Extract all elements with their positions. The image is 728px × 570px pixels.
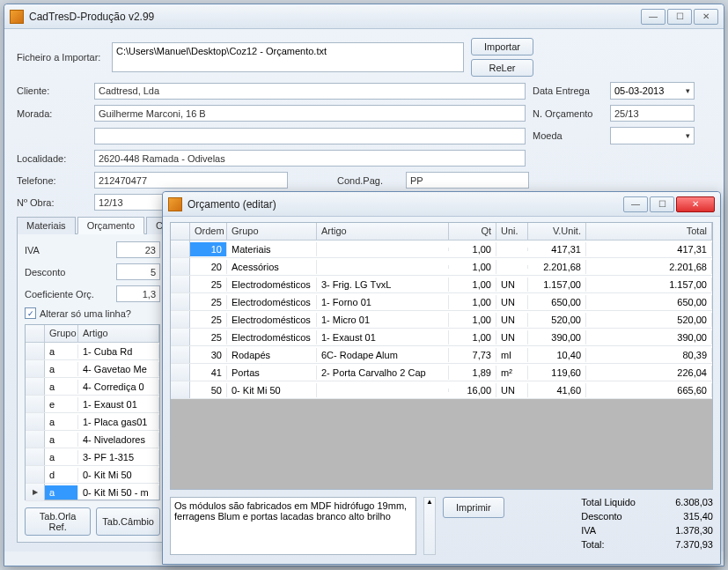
table-row[interactable]: 25Electrodomésticos1- Forno 011,00UN650,…: [171, 293, 712, 311]
cell-artigo[interactable]: 0- Kit Mi 50: [78, 468, 159, 482]
og-header-total[interactable]: Total: [586, 223, 712, 240]
cell-total[interactable]: 390,00: [586, 330, 712, 344]
cell-artigo[interactable]: 6C- Rodape Alum: [317, 348, 449, 362]
notes-scroll-up-icon[interactable]: ▲: [423, 497, 436, 555]
cell-qt[interactable]: 1,00: [449, 330, 496, 344]
cell-vunit[interactable]: 417,31: [528, 242, 586, 256]
cell-uni[interactable]: UN: [496, 313, 528, 327]
cell-vunit[interactable]: 1.157,00: [528, 278, 586, 292]
cell-vunit[interactable]: 10,40: [528, 348, 586, 362]
cell-qt[interactable]: 1,00: [449, 295, 496, 309]
table-row[interactable]: d0- Kit Mi 50: [26, 466, 159, 484]
cell-ordem[interactable]: 20: [190, 260, 227, 274]
cell-total[interactable]: 650,00: [586, 295, 712, 309]
cell-uni[interactable]: UN: [496, 330, 528, 344]
cell-vunit[interactable]: 520,00: [528, 313, 586, 327]
cell-grupo[interactable]: a: [45, 485, 78, 500]
cell-grupo[interactable]: Portas: [227, 366, 317, 380]
alterar-checkbox[interactable]: ✓: [25, 307, 36, 319]
row-selector-icon[interactable]: [26, 413, 45, 430]
row-selector-icon[interactable]: [26, 431, 45, 448]
table-row[interactable]: e1- Exaust 01: [26, 396, 159, 413]
table-row[interactable]: 41Portas2- Porta Carvalho 2 Cap1,89m²119…: [171, 364, 712, 381]
telefone-input[interactable]: [94, 172, 288, 189]
localidade-input[interactable]: [94, 150, 526, 167]
cell-total[interactable]: 417,31: [586, 242, 712, 256]
table-row[interactable]: a4- Gavetao Me: [26, 360, 159, 378]
cell-total[interactable]: 520,00: [586, 313, 712, 327]
og-header-ordem[interactable]: Ordem: [190, 223, 227, 240]
n-orcamento-input[interactable]: [610, 105, 695, 122]
cell-total[interactable]: 2.201,68: [586, 260, 712, 274]
nobra-input[interactable]: [94, 194, 165, 211]
cell-ordem[interactable]: 25: [190, 278, 227, 292]
table-row[interactable]: a3- PF 1-315: [26, 448, 159, 466]
tab-cambio-button[interactable]: Tab.Câmbio: [96, 507, 160, 536]
row-selector-icon[interactable]: [171, 346, 190, 363]
table-row[interactable]: 500- Kit Mi 5016,00UN41,60665,60: [171, 381, 712, 399]
cell-grupo[interactable]: a: [45, 450, 78, 464]
cell-grupo[interactable]: Electrodomésticos: [227, 278, 317, 292]
orc-titlebar[interactable]: Orçamento (editar) — ☐ ✕: [163, 192, 720, 217]
tab-orcamento[interactable]: Orçamento: [77, 217, 144, 234]
orc-minimize-button[interactable]: —: [623, 196, 648, 212]
notes-textarea[interactable]: Os módulos são fabricados em MDF hidrófu…: [170, 497, 416, 555]
cell-grupo[interactable]: 0- Kit Mi 50: [227, 383, 317, 397]
cell-grupo[interactable]: Acessórios: [227, 260, 317, 274]
cell-total[interactable]: 80,39: [586, 348, 712, 362]
table-row[interactable]: 20Acessórios1,002.201,682.201,68: [171, 258, 712, 276]
cell-grupo[interactable]: Materiais: [227, 242, 317, 256]
cell-uni[interactable]: UN: [496, 278, 528, 292]
cell-uni[interactable]: UN: [496, 383, 528, 397]
og-header-uni[interactable]: Uni.: [496, 223, 528, 240]
lg-header-artigo[interactable]: Artigo: [78, 325, 159, 342]
cell-ordem[interactable]: 41: [190, 366, 227, 380]
og-header-artigo[interactable]: Artigo: [317, 223, 449, 240]
cell-artigo[interactable]: [317, 265, 449, 269]
row-selector-icon[interactable]: [171, 329, 190, 345]
cell-grupo[interactable]: e: [45, 397, 78, 411]
table-row[interactable]: 25Electrodomésticos1- Exaust 011,00UN390…: [171, 329, 712, 346]
cell-artigo[interactable]: 1- Exaust 01: [317, 330, 449, 344]
desconto-input[interactable]: [116, 263, 160, 280]
cell-qt[interactable]: 7,73: [449, 348, 496, 362]
data-entrega-select[interactable]: 05-03-2013: [610, 82, 695, 100]
orc-close-button[interactable]: ✕: [676, 196, 715, 212]
minimize-button[interactable]: —: [641, 9, 665, 25]
row-selector-icon[interactable]: [171, 364, 190, 381]
print-button[interactable]: Imprimir: [443, 497, 504, 518]
cliente-input[interactable]: [94, 83, 526, 100]
table-row[interactable]: a4- Niveladores: [26, 431, 159, 448]
cell-grupo[interactable]: Rodapés: [227, 348, 317, 362]
row-selector-icon[interactable]: [26, 343, 45, 359]
morada2-input[interactable]: [94, 128, 526, 144]
cell-grupo[interactable]: d: [45, 468, 78, 482]
cell-qt[interactable]: 1,00: [449, 313, 496, 327]
table-row[interactable]: 10Materiais1,00417,31417,31: [171, 241, 712, 258]
lg-header-grupo[interactable]: Grupo: [45, 325, 78, 342]
table-row[interactable]: a1- Placa gas01: [26, 413, 159, 431]
moeda-select[interactable]: [610, 127, 695, 144]
cell-qt[interactable]: 1,00: [449, 242, 496, 256]
cell-artigo[interactable]: 1- Placa gas01: [78, 415, 159, 429]
row-selector-icon[interactable]: [26, 378, 45, 395]
cell-artigo[interactable]: 4- Niveladores: [78, 433, 159, 447]
cell-artigo[interactable]: 1- Micro 01: [317, 313, 449, 327]
cell-artigo[interactable]: 1- Cuba Rd: [78, 344, 159, 359]
cell-total[interactable]: 665,60: [586, 383, 712, 397]
og-header-qt[interactable]: Qt: [449, 223, 496, 240]
orc-grid[interactable]: Ordem Grupo Artigo Qt Uni. V.Unit. Total…: [170, 222, 713, 490]
row-selector-icon[interactable]: [171, 293, 190, 310]
cell-total[interactable]: 226,04: [586, 366, 712, 380]
cell-vunit[interactable]: 41,60: [528, 383, 586, 397]
cell-artigo[interactable]: 0- Kit Mi 50 - m: [78, 485, 159, 500]
cell-grupo[interactable]: a: [45, 415, 78, 429]
iva-input[interactable]: [116, 241, 160, 258]
cell-grupo[interactable]: a: [45, 362, 78, 376]
table-row[interactable]: a1- Cuba Rd: [26, 343, 159, 360]
file-import-input[interactable]: C:\Users\Manuel\Desktop\Coz12 - Orçament…: [112, 42, 464, 72]
cell-uni[interactable]: m²: [496, 366, 528, 380]
cell-ordem[interactable]: 25: [190, 313, 227, 327]
row-selector-icon[interactable]: [171, 258, 190, 275]
cell-artigo[interactable]: 1- Exaust 01: [78, 397, 159, 411]
